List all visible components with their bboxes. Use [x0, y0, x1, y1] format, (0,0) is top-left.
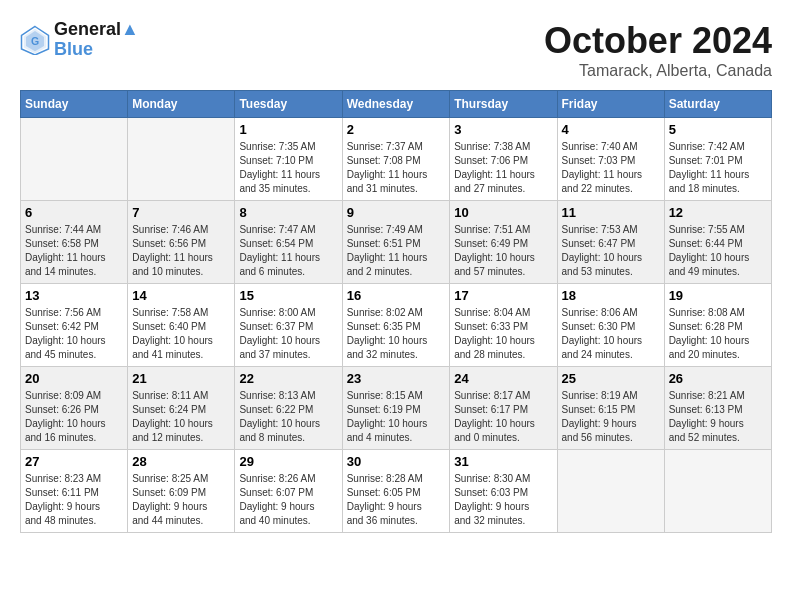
calendar-cell: 24Sunrise: 8:17 AM Sunset: 6:17 PM Dayli…	[450, 367, 557, 450]
day-info: Sunrise: 7:51 AM Sunset: 6:49 PM Dayligh…	[454, 223, 552, 279]
day-info: Sunrise: 8:04 AM Sunset: 6:33 PM Dayligh…	[454, 306, 552, 362]
calendar-cell: 17Sunrise: 8:04 AM Sunset: 6:33 PM Dayli…	[450, 284, 557, 367]
calendar-cell: 26Sunrise: 8:21 AM Sunset: 6:13 PM Dayli…	[664, 367, 771, 450]
calendar-cell: 16Sunrise: 8:02 AM Sunset: 6:35 PM Dayli…	[342, 284, 450, 367]
day-info: Sunrise: 8:19 AM Sunset: 6:15 PM Dayligh…	[562, 389, 660, 445]
weekday-header: Tuesday	[235, 91, 342, 118]
calendar-cell: 8Sunrise: 7:47 AM Sunset: 6:54 PM Daylig…	[235, 201, 342, 284]
day-number: 7	[132, 205, 230, 220]
calendar-week-row: 13Sunrise: 7:56 AM Sunset: 6:42 PM Dayli…	[21, 284, 772, 367]
day-number: 20	[25, 371, 123, 386]
day-number: 31	[454, 454, 552, 469]
calendar-cell: 14Sunrise: 7:58 AM Sunset: 6:40 PM Dayli…	[128, 284, 235, 367]
day-number: 8	[239, 205, 337, 220]
calendar-cell: 30Sunrise: 8:28 AM Sunset: 6:05 PM Dayli…	[342, 450, 450, 533]
day-info: Sunrise: 7:40 AM Sunset: 7:03 PM Dayligh…	[562, 140, 660, 196]
day-number: 21	[132, 371, 230, 386]
day-info: Sunrise: 8:30 AM Sunset: 6:03 PM Dayligh…	[454, 472, 552, 528]
day-info: Sunrise: 8:11 AM Sunset: 6:24 PM Dayligh…	[132, 389, 230, 445]
day-number: 25	[562, 371, 660, 386]
logo-name: General▲ Blue	[54, 20, 139, 60]
day-info: Sunrise: 8:26 AM Sunset: 6:07 PM Dayligh…	[239, 472, 337, 528]
day-number: 2	[347, 122, 446, 137]
month-title: October 2024	[544, 20, 772, 62]
calendar-week-row: 20Sunrise: 8:09 AM Sunset: 6:26 PM Dayli…	[21, 367, 772, 450]
day-info: Sunrise: 7:58 AM Sunset: 6:40 PM Dayligh…	[132, 306, 230, 362]
calendar-cell: 12Sunrise: 7:55 AM Sunset: 6:44 PM Dayli…	[664, 201, 771, 284]
day-info: Sunrise: 7:56 AM Sunset: 6:42 PM Dayligh…	[25, 306, 123, 362]
page-header: G General▲ Blue October 2024 Tamarack, A…	[20, 20, 772, 80]
day-info: Sunrise: 7:38 AM Sunset: 7:06 PM Dayligh…	[454, 140, 552, 196]
calendar-cell: 22Sunrise: 8:13 AM Sunset: 6:22 PM Dayli…	[235, 367, 342, 450]
day-number: 12	[669, 205, 767, 220]
location-title: Tamarack, Alberta, Canada	[544, 62, 772, 80]
calendar-cell: 11Sunrise: 7:53 AM Sunset: 6:47 PM Dayli…	[557, 201, 664, 284]
calendar-cell: 3Sunrise: 7:38 AM Sunset: 7:06 PM Daylig…	[450, 118, 557, 201]
calendar-week-row: 27Sunrise: 8:23 AM Sunset: 6:11 PM Dayli…	[21, 450, 772, 533]
svg-text:G: G	[31, 34, 39, 46]
day-number: 3	[454, 122, 552, 137]
day-info: Sunrise: 8:25 AM Sunset: 6:09 PM Dayligh…	[132, 472, 230, 528]
day-number: 29	[239, 454, 337, 469]
day-info: Sunrise: 7:35 AM Sunset: 7:10 PM Dayligh…	[239, 140, 337, 196]
day-info: Sunrise: 8:06 AM Sunset: 6:30 PM Dayligh…	[562, 306, 660, 362]
calendar-cell: 28Sunrise: 8:25 AM Sunset: 6:09 PM Dayli…	[128, 450, 235, 533]
day-info: Sunrise: 8:13 AM Sunset: 6:22 PM Dayligh…	[239, 389, 337, 445]
day-number: 30	[347, 454, 446, 469]
day-number: 19	[669, 288, 767, 303]
calendar-cell: 5Sunrise: 7:42 AM Sunset: 7:01 PM Daylig…	[664, 118, 771, 201]
calendar-cell: 19Sunrise: 8:08 AM Sunset: 6:28 PM Dayli…	[664, 284, 771, 367]
day-info: Sunrise: 8:21 AM Sunset: 6:13 PM Dayligh…	[669, 389, 767, 445]
day-number: 4	[562, 122, 660, 137]
calendar-cell: 7Sunrise: 7:46 AM Sunset: 6:56 PM Daylig…	[128, 201, 235, 284]
calendar-cell: 4Sunrise: 7:40 AM Sunset: 7:03 PM Daylig…	[557, 118, 664, 201]
weekday-header: Friday	[557, 91, 664, 118]
day-info: Sunrise: 7:44 AM Sunset: 6:58 PM Dayligh…	[25, 223, 123, 279]
calendar-cell: 25Sunrise: 8:19 AM Sunset: 6:15 PM Dayli…	[557, 367, 664, 450]
day-number: 5	[669, 122, 767, 137]
calendar-cell: 27Sunrise: 8:23 AM Sunset: 6:11 PM Dayli…	[21, 450, 128, 533]
calendar-cell	[21, 118, 128, 201]
calendar-cell	[557, 450, 664, 533]
calendar-table: SundayMondayTuesdayWednesdayThursdayFrid…	[20, 90, 772, 533]
day-number: 18	[562, 288, 660, 303]
day-number: 16	[347, 288, 446, 303]
calendar-cell: 6Sunrise: 7:44 AM Sunset: 6:58 PM Daylig…	[21, 201, 128, 284]
day-info: Sunrise: 7:37 AM Sunset: 7:08 PM Dayligh…	[347, 140, 446, 196]
calendar-cell: 2Sunrise: 7:37 AM Sunset: 7:08 PM Daylig…	[342, 118, 450, 201]
day-number: 15	[239, 288, 337, 303]
calendar-cell: 15Sunrise: 8:00 AM Sunset: 6:37 PM Dayli…	[235, 284, 342, 367]
calendar-cell: 18Sunrise: 8:06 AM Sunset: 6:30 PM Dayli…	[557, 284, 664, 367]
day-info: Sunrise: 8:08 AM Sunset: 6:28 PM Dayligh…	[669, 306, 767, 362]
day-info: Sunrise: 8:09 AM Sunset: 6:26 PM Dayligh…	[25, 389, 123, 445]
calendar-cell: 10Sunrise: 7:51 AM Sunset: 6:49 PM Dayli…	[450, 201, 557, 284]
day-info: Sunrise: 7:47 AM Sunset: 6:54 PM Dayligh…	[239, 223, 337, 279]
day-info: Sunrise: 7:55 AM Sunset: 6:44 PM Dayligh…	[669, 223, 767, 279]
day-info: Sunrise: 7:46 AM Sunset: 6:56 PM Dayligh…	[132, 223, 230, 279]
calendar-cell: 21Sunrise: 8:11 AM Sunset: 6:24 PM Dayli…	[128, 367, 235, 450]
day-number: 1	[239, 122, 337, 137]
day-number: 9	[347, 205, 446, 220]
calendar-title-area: October 2024 Tamarack, Alberta, Canada	[544, 20, 772, 80]
day-number: 11	[562, 205, 660, 220]
calendar-cell: 13Sunrise: 7:56 AM Sunset: 6:42 PM Dayli…	[21, 284, 128, 367]
day-info: Sunrise: 8:15 AM Sunset: 6:19 PM Dayligh…	[347, 389, 446, 445]
day-number: 26	[669, 371, 767, 386]
weekday-header: Thursday	[450, 91, 557, 118]
day-number: 17	[454, 288, 552, 303]
day-number: 6	[25, 205, 123, 220]
calendar-cell: 31Sunrise: 8:30 AM Sunset: 6:03 PM Dayli…	[450, 450, 557, 533]
day-info: Sunrise: 8:23 AM Sunset: 6:11 PM Dayligh…	[25, 472, 123, 528]
day-info: Sunrise: 8:28 AM Sunset: 6:05 PM Dayligh…	[347, 472, 446, 528]
day-number: 14	[132, 288, 230, 303]
calendar-cell: 20Sunrise: 8:09 AM Sunset: 6:26 PM Dayli…	[21, 367, 128, 450]
day-number: 13	[25, 288, 123, 303]
calendar-cell: 9Sunrise: 7:49 AM Sunset: 6:51 PM Daylig…	[342, 201, 450, 284]
calendar-week-row: 6Sunrise: 7:44 AM Sunset: 6:58 PM Daylig…	[21, 201, 772, 284]
calendar-cell: 1Sunrise: 7:35 AM Sunset: 7:10 PM Daylig…	[235, 118, 342, 201]
day-number: 22	[239, 371, 337, 386]
logo-icon: G	[20, 25, 50, 55]
weekday-header: Saturday	[664, 91, 771, 118]
day-number: 28	[132, 454, 230, 469]
calendar-cell: 29Sunrise: 8:26 AM Sunset: 6:07 PM Dayli…	[235, 450, 342, 533]
